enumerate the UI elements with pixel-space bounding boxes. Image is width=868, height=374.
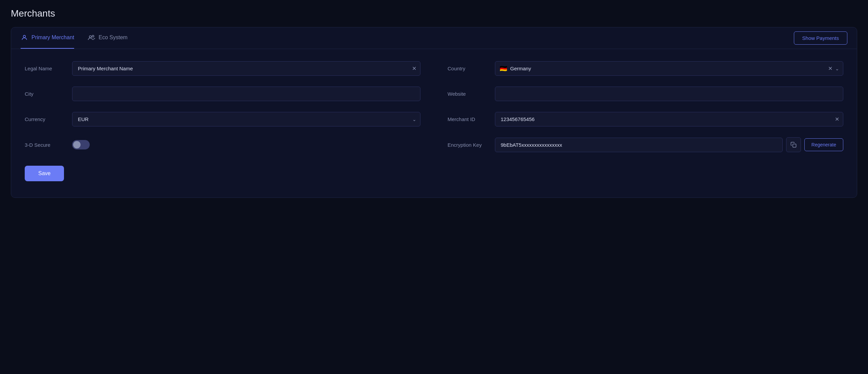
- currency-label: Currency: [25, 116, 65, 122]
- tabs-left: Primary Merchant Eco System: [21, 27, 128, 49]
- country-wrapper: 🇩🇪 ✕ ⌄: [495, 61, 843, 76]
- three-d-secure-control: [72, 140, 420, 149]
- save-button[interactable]: Save: [25, 166, 64, 181]
- encryption-key-control: Regenerate: [495, 137, 843, 152]
- currency-select-wrapper: EUR USD GBP ⌄: [72, 112, 420, 126]
- tab-eco-system-label: Eco System: [99, 34, 127, 41]
- three-d-secure-row: 3-D Secure: [25, 137, 420, 152]
- legal-name-clear-button[interactable]: ✕: [412, 66, 416, 71]
- legal-name-input[interactable]: [72, 61, 420, 76]
- tabs-bar: Primary Merchant Eco System Show Payment…: [11, 27, 857, 49]
- copy-key-button[interactable]: [786, 137, 801, 152]
- encryption-key-wrapper: Regenerate: [495, 137, 843, 152]
- toggle-wrapper: [72, 140, 420, 149]
- country-chevron-icon: ⌄: [835, 66, 839, 71]
- currency-row: Currency EUR USD GBP ⌄: [25, 112, 420, 126]
- merchant-id-control: ✕: [495, 112, 843, 126]
- website-control: [495, 87, 843, 101]
- three-d-secure-toggle[interactable]: [72, 140, 90, 149]
- legal-name-row: Legal Name ✕: [25, 61, 420, 76]
- website-row: Website: [448, 87, 843, 101]
- form-section: Legal Name ✕ Country 🇩🇪 ✕: [11, 49, 857, 197]
- three-d-secure-label: 3-D Secure: [25, 142, 65, 148]
- toggle-slider: [72, 140, 90, 149]
- group-icon: [88, 34, 95, 41]
- website-label: Website: [448, 91, 488, 97]
- encryption-key-row: Encryption Key Regenerate: [448, 137, 843, 152]
- country-control: 🇩🇪 ✕ ⌄: [495, 61, 843, 76]
- main-card: Primary Merchant Eco System Show Payment…: [11, 27, 857, 198]
- person-icon: [21, 34, 28, 41]
- country-row: Country 🇩🇪 ✕ ⌄: [448, 61, 843, 76]
- svg-point-0: [23, 35, 26, 38]
- legal-name-label: Legal Name: [25, 66, 65, 71]
- country-flag: 🇩🇪: [500, 65, 507, 72]
- svg-point-2: [92, 35, 94, 37]
- tab-eco-system[interactable]: Eco System: [88, 27, 127, 49]
- currency-control: EUR USD GBP ⌄: [72, 112, 420, 126]
- country-label: Country: [448, 66, 488, 71]
- merchant-id-row: Merchant ID ✕: [448, 112, 843, 126]
- form-grid: Legal Name ✕ Country 🇩🇪 ✕: [25, 61, 843, 152]
- show-payments-button[interactable]: Show Payments: [794, 31, 847, 45]
- legal-name-control: ✕: [72, 61, 420, 76]
- svg-point-1: [89, 36, 91, 38]
- regenerate-button[interactable]: Regenerate: [804, 138, 843, 151]
- city-row: City: [25, 87, 420, 101]
- merchant-id-label: Merchant ID: [448, 116, 488, 122]
- website-input[interactable]: [495, 87, 843, 101]
- tab-primary-merchant-label: Primary Merchant: [31, 34, 74, 41]
- city-input[interactable]: [72, 87, 420, 101]
- city-label: City: [25, 91, 65, 97]
- currency-select[interactable]: EUR USD GBP: [72, 112, 420, 126]
- merchant-id-clear-button[interactable]: ✕: [835, 117, 839, 122]
- merchant-id-input[interactable]: [495, 112, 843, 126]
- merchant-id-wrapper: ✕: [495, 112, 843, 126]
- tab-primary-merchant[interactable]: Primary Merchant: [21, 27, 74, 49]
- country-input[interactable]: [495, 61, 843, 76]
- country-clear-button[interactable]: ✕: [828, 66, 832, 71]
- encryption-key-input[interactable]: [495, 138, 783, 152]
- encryption-key-label: Encryption Key: [448, 142, 488, 148]
- country-icons: ✕ ⌄: [828, 66, 839, 71]
- legal-name-wrapper: ✕: [72, 61, 420, 76]
- city-control: [72, 87, 420, 101]
- svg-rect-3: [793, 144, 796, 147]
- page-title: Merchants: [11, 8, 857, 19]
